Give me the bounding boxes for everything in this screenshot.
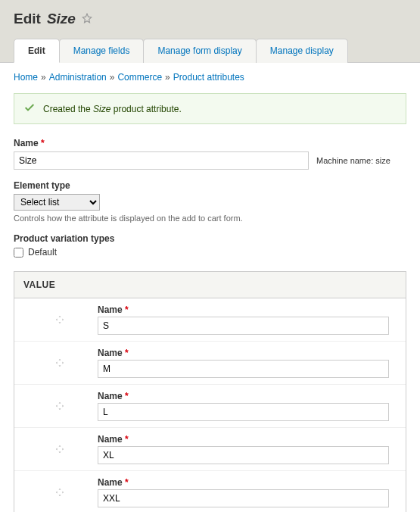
variation-types-label: Product variation types — [14, 233, 406, 244]
primary-tabs: EditManage fieldsManage form displayMana… — [14, 38, 406, 62]
check-icon — [23, 101, 36, 116]
value-name-input[interactable] — [98, 489, 389, 507]
breadcrumb: Home»Administration»Commerce»Product att… — [14, 72, 406, 83]
value-name-label: Name * — [98, 391, 398, 401]
page-title: Edit Size — [14, 11, 406, 27]
drag-handle-icon[interactable] — [22, 401, 98, 411]
drag-handle-icon[interactable] — [22, 315, 98, 324]
title-attribute: Size — [47, 11, 76, 27]
shortcut-star-icon[interactable] — [82, 11, 92, 27]
breadcrumb-home[interactable]: Home — [14, 72, 38, 83]
value-row: Name * — [14, 385, 406, 428]
tab-edit[interactable]: Edit — [14, 39, 60, 63]
message-text: Created the Size product attribute. — [43, 104, 182, 114]
value-name-input[interactable] — [98, 360, 389, 378]
drag-handle-icon[interactable] — [22, 445, 98, 454]
element-type-description: Controls how the attribute is displayed … — [14, 214, 406, 223]
breadcrumb-commerce[interactable]: Commerce — [117, 72, 162, 83]
variation-default-checkbox[interactable] — [14, 248, 23, 258]
value-row: Name * — [14, 428, 406, 471]
value-name-label: Name * — [98, 477, 398, 488]
value-row: Name * — [14, 342, 406, 385]
machine-name-display: Machine name: size — [316, 156, 390, 165]
element-type-select[interactable]: Select list — [14, 194, 100, 211]
breadcrumb-attributes[interactable]: Product attributes — [173, 72, 244, 83]
value-name-label: Name * — [98, 304, 398, 315]
value-name-input[interactable] — [98, 446, 389, 464]
status-message: Created the Size product attribute. — [14, 93, 406, 124]
title-prefix: Edit — [14, 11, 41, 27]
name-input[interactable] — [14, 151, 309, 170]
value-name-label: Name * — [98, 434, 398, 445]
value-row: Name * — [14, 471, 406, 512]
value-name-input[interactable] — [98, 317, 389, 335]
name-label: Name * — [14, 138, 406, 148]
breadcrumb-admin[interactable]: Administration — [49, 72, 107, 83]
value-row: Name * — [14, 298, 406, 342]
tab-manage-form-display[interactable]: Manage form display — [143, 39, 256, 63]
variation-default-label: Default — [28, 247, 57, 258]
values-header: VALUE — [14, 272, 406, 298]
element-type-label: Element type — [14, 180, 406, 191]
value-name-label: Name * — [98, 348, 398, 358]
tab-manage-display[interactable]: Manage display — [256, 39, 348, 63]
drag-handle-icon[interactable] — [22, 358, 98, 367]
values-table: VALUE Name *Name *Name *Name *Name * — [14, 271, 406, 512]
value-name-input[interactable] — [98, 403, 389, 421]
drag-handle-icon[interactable] — [22, 488, 98, 497]
tab-manage-fields[interactable]: Manage fields — [59, 39, 145, 63]
